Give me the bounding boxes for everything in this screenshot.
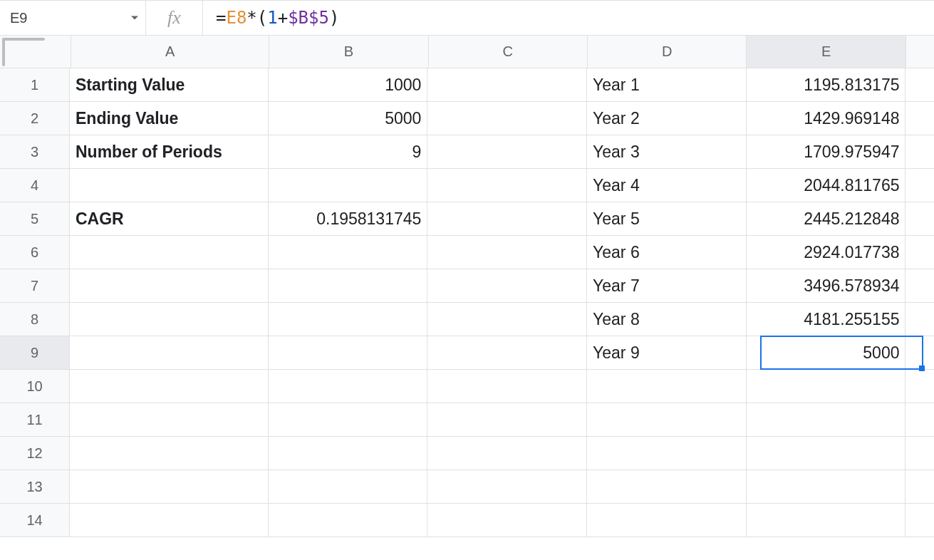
cell-b2[interactable]: 5000: [269, 102, 428, 135]
cell-partial-3[interactable]: [906, 135, 934, 169]
cell-partial-10[interactable]: [906, 370, 934, 403]
cell-partial-7[interactable]: [906, 269, 934, 303]
cell-e5[interactable]: 2445.212848: [747, 202, 906, 236]
cell-d13[interactable]: [587, 470, 747, 504]
cell-d8[interactable]: Year 8: [587, 303, 747, 336]
row-header-10[interactable]: 10: [0, 370, 70, 403]
cell-d14[interactable]: [587, 504, 747, 537]
cell-b11[interactable]: [269, 403, 428, 437]
cell-d4[interactable]: Year 4: [587, 169, 747, 202]
cell-c11[interactable]: [427, 403, 587, 437]
cell-a10[interactable]: [70, 370, 269, 403]
cell-c12[interactable]: [427, 437, 587, 470]
cell-partial-5[interactable]: [906, 202, 934, 236]
cell-partial-11[interactable]: [906, 403, 934, 437]
cell-e12[interactable]: [747, 437, 906, 470]
cell-a2[interactable]: Ending Value: [70, 102, 269, 135]
cell-a6[interactable]: [70, 236, 269, 269]
cell-b4[interactable]: [269, 169, 428, 202]
chevron-down-icon[interactable]: [131, 16, 138, 20]
cell-partial-6[interactable]: [906, 236, 934, 269]
cell-e13[interactable]: [747, 470, 906, 504]
cell-e2[interactable]: 1429.969148: [747, 102, 906, 135]
cell-d3[interactable]: Year 3: [587, 135, 747, 169]
cell-c2[interactable]: [427, 102, 587, 135]
cell-d1[interactable]: Year 1: [587, 68, 747, 102]
row-header-7[interactable]: 7: [0, 269, 70, 303]
cell-b10[interactable]: [269, 370, 428, 403]
cell-d12[interactable]: [587, 437, 747, 470]
row-header-6[interactable]: 6: [0, 236, 70, 269]
row-header-14[interactable]: 14: [0, 504, 70, 537]
cell-c5[interactable]: [427, 202, 587, 236]
cell-e9[interactable]: 5000: [747, 336, 906, 370]
cell-b14[interactable]: [269, 504, 428, 537]
cell-b13[interactable]: [269, 470, 428, 504]
cell-a8[interactable]: [70, 303, 269, 336]
cell-e8[interactable]: 4181.255155: [747, 303, 906, 336]
cell-partial-2[interactable]: [906, 102, 934, 135]
col-header-a[interactable]: A: [71, 36, 269, 68]
cell-d6[interactable]: Year 6: [587, 236, 747, 269]
cell-b5[interactable]: 0.1958131745: [269, 202, 428, 236]
cell-partial-14[interactable]: [906, 504, 934, 537]
cell-c13[interactable]: [427, 470, 587, 504]
cell-c1[interactable]: [427, 68, 587, 102]
cell-c10[interactable]: [427, 370, 587, 403]
cell-a12[interactable]: [70, 437, 269, 470]
col-header-b[interactable]: B: [269, 36, 428, 68]
col-header-c[interactable]: C: [429, 36, 588, 68]
row-header-9[interactable]: 9: [0, 336, 70, 370]
cell-c9[interactable]: [427, 336, 587, 370]
row-header-13[interactable]: 13: [0, 470, 70, 504]
cell-e6[interactable]: 2924.017738: [747, 236, 906, 269]
cell-b9[interactable]: [269, 336, 428, 370]
cell-d5[interactable]: Year 5: [587, 202, 747, 236]
row-header-5[interactable]: 5: [0, 202, 70, 236]
cell-b8[interactable]: [269, 303, 428, 336]
cell-e3[interactable]: 1709.975947: [747, 135, 906, 169]
cell-d9[interactable]: Year 9: [587, 336, 747, 370]
cell-e14[interactable]: [747, 504, 906, 537]
cell-partial-13[interactable]: [906, 470, 934, 504]
cell-a3[interactable]: Number of Periods: [70, 135, 269, 169]
cell-d7[interactable]: Year 7: [587, 269, 747, 303]
cell-e1[interactable]: 1195.813175: [747, 68, 906, 102]
cell-e7[interactable]: 3496.578934: [747, 269, 906, 303]
cell-e10[interactable]: [747, 370, 906, 403]
row-header-3[interactable]: 3: [0, 135, 70, 169]
cell-partial-9[interactable]: [906, 336, 934, 370]
cell-b12[interactable]: [269, 437, 428, 470]
row-header-1[interactable]: 1: [0, 68, 70, 102]
cell-partial-12[interactable]: [906, 437, 934, 470]
cell-partial-8[interactable]: [906, 303, 934, 336]
row-header-8[interactable]: 8: [0, 303, 70, 336]
row-header-12[interactable]: 12: [0, 437, 70, 470]
cell-b6[interactable]: [269, 236, 428, 269]
cell-b7[interactable]: [269, 269, 428, 303]
cell-d2[interactable]: Year 2: [587, 102, 747, 135]
cell-d11[interactable]: [587, 403, 747, 437]
cell-a4[interactable]: [70, 169, 269, 202]
cell-a7[interactable]: [70, 269, 269, 303]
row-header-2[interactable]: 2: [0, 102, 70, 135]
cell-a14[interactable]: [70, 504, 269, 537]
cell-a13[interactable]: [70, 470, 269, 504]
select-all-corner[interactable]: [0, 36, 71, 68]
cell-a1[interactable]: Starting Value: [70, 68, 269, 102]
spreadsheet-grid[interactable]: ABCDE 1Starting Value1000Year 11195.8131…: [0, 36, 934, 537]
cell-a11[interactable]: [70, 403, 269, 437]
cell-b3[interactable]: 9: [269, 135, 428, 169]
cell-c14[interactable]: [427, 504, 587, 537]
cell-e4[interactable]: 2044.811765: [747, 169, 906, 202]
cell-partial-1[interactable]: [906, 68, 934, 102]
cell-d10[interactable]: [587, 370, 747, 403]
col-header-d[interactable]: D: [588, 36, 747, 68]
cell-e11[interactable]: [747, 403, 906, 437]
row-header-11[interactable]: 11: [0, 403, 70, 437]
formula-input[interactable]: =E8*(1+$B$5): [203, 1, 934, 35]
cell-c4[interactable]: [427, 169, 587, 202]
col-header-e[interactable]: E: [747, 36, 906, 68]
row-header-4[interactable]: 4: [0, 169, 70, 202]
cell-a5[interactable]: CAGR: [70, 202, 269, 236]
